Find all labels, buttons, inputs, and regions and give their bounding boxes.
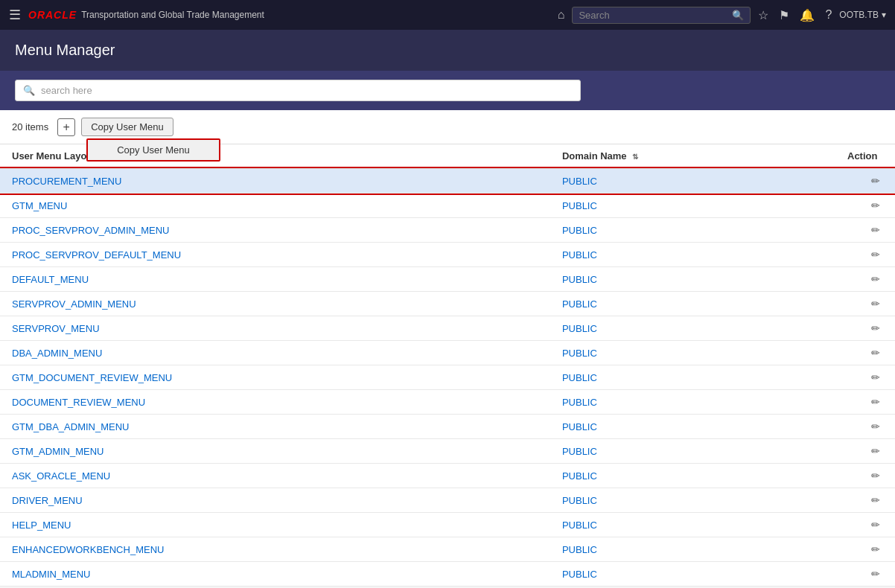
- cell-domain-name: PUBLIC: [550, 341, 835, 365]
- cell-user-menu-layout-id[interactable]: SERVPROV_ADMIN_MENU: [0, 292, 550, 316]
- edit-icon[interactable]: ✏: [871, 273, 880, 285]
- hamburger-icon[interactable]: ☰: [9, 7, 21, 23]
- cell-user-menu-layout-id[interactable]: ENHANCEDWORKBENCH_MENU: [0, 537, 550, 562]
- search-icon: 🔍: [732, 10, 744, 21]
- copy-user-menu-button[interactable]: Copy User Menu: [81, 118, 173, 136]
- edit-icon[interactable]: ✏: [871, 298, 880, 310]
- cell-domain-name: PUBLIC: [550, 513, 835, 537]
- col-header-action: Action: [835, 144, 895, 168]
- cell-action: ✏: [835, 488, 895, 513]
- cell-user-menu-layout-id[interactable]: DEFAULT_MENU: [0, 267, 550, 292]
- cell-domain-name: PUBLIC: [550, 316, 835, 341]
- bell-icon[interactable]: 🔔: [800, 8, 815, 22]
- cell-user-menu-layout-id[interactable]: SERVPROV_MENU: [0, 316, 550, 341]
- oracle-logo: ORACLE Transportation and Global Trade M…: [28, 9, 264, 21]
- table-row[interactable]: GTM_DBA_ADMIN_MENUPUBLIC✏: [0, 415, 895, 439]
- search-icon: 🔍: [23, 85, 35, 96]
- cell-domain-name: PUBLIC: [550, 218, 835, 243]
- flag-icon[interactable]: ⚑: [779, 8, 789, 22]
- help-icon[interactable]: ?: [825, 8, 832, 22]
- cell-user-menu-layout-id[interactable]: ASK_ORACLE_MENU: [0, 464, 550, 488]
- cell-action: ✏: [835, 243, 895, 267]
- table-row[interactable]: SERVPROV_MENUPUBLIC✏: [0, 316, 895, 341]
- cell-domain-name: PUBLIC: [550, 168, 835, 194]
- table-row[interactable]: ENHANCEDWORKBENCH_MENUPUBLIC✏: [0, 537, 895, 562]
- main-content: 20 items + Copy User Menu Copy User Menu…: [0, 110, 895, 587]
- data-table: User Menu Layout ID ⇅ Domain Name ⇅ Acti…: [0, 144, 895, 587]
- cell-action: ✏: [835, 341, 895, 365]
- table-row[interactable]: PROCUREMENT_MENUPUBLIC✏: [0, 168, 895, 194]
- edit-icon[interactable]: ✏: [871, 224, 880, 236]
- edit-icon[interactable]: ✏: [871, 543, 880, 555]
- copy-user-menu-dropdown: Copy User Menu: [86, 138, 220, 162]
- table-row[interactable]: HELP_MENUPUBLIC✏: [0, 513, 895, 537]
- cell-domain-name: PUBLIC: [550, 267, 835, 292]
- cell-user-menu-layout-id[interactable]: GTM_MENU: [0, 194, 550, 218]
- cell-user-menu-layout-id[interactable]: MLADMIN_MENU: [0, 562, 550, 587]
- chevron-down-icon: ▾: [882, 10, 886, 20]
- edit-icon[interactable]: ✏: [871, 249, 880, 261]
- table-row[interactable]: PROC_SERVPROV_DEFAULT_MENUPUBLIC✏: [0, 243, 895, 267]
- topbar-action-icons: ☆ ⚑ 🔔 ?: [758, 8, 832, 22]
- copy-user-menu-dropdown-item[interactable]: Copy User Menu: [88, 140, 219, 160]
- cell-action: ✏: [835, 439, 895, 464]
- search-input[interactable]: [41, 85, 573, 96]
- oracle-logo-text: ORACLE: [28, 9, 77, 21]
- cell-user-menu-layout-id[interactable]: GTM_DOCUMENT_REVIEW_MENU: [0, 365, 550, 390]
- table-row[interactable]: DEFAULT_MENUPUBLIC✏: [0, 267, 895, 292]
- edit-icon[interactable]: ✏: [871, 199, 880, 211]
- cell-user-menu-layout-id[interactable]: DOCUMENT_REVIEW_MENU: [0, 390, 550, 415]
- cell-user-menu-layout-id[interactable]: DBA_ADMIN_MENU: [0, 341, 550, 365]
- table-row[interactable]: ASK_ORACLE_MENUPUBLIC✏: [0, 464, 895, 488]
- table-row[interactable]: DBA_ADMIN_MENUPUBLIC✏: [0, 341, 895, 365]
- cell-domain-name: PUBLIC: [550, 365, 835, 390]
- edit-icon[interactable]: ✏: [871, 470, 880, 482]
- table-row[interactable]: GTM_ADMIN_MENUPUBLIC✏: [0, 439, 895, 464]
- col-header-user-menu-layout-id[interactable]: User Menu Layout ID ⇅: [0, 144, 550, 168]
- table-row[interactable]: GTM_MENUPUBLIC✏: [0, 194, 895, 218]
- cell-user-menu-layout-id[interactable]: DRIVER_MENU: [0, 488, 550, 513]
- cell-action: ✏: [835, 292, 895, 316]
- add-button[interactable]: +: [57, 118, 75, 136]
- edit-icon[interactable]: ✏: [871, 519, 880, 531]
- cell-action: ✏: [835, 218, 895, 243]
- edit-icon[interactable]: ✏: [871, 322, 880, 334]
- app-title: Transportation and Global Trade Manageme…: [81, 10, 264, 20]
- edit-icon[interactable]: ✏: [871, 396, 880, 408]
- edit-icon[interactable]: ✏: [871, 371, 880, 383]
- table-row[interactable]: SERVPROV_ADMIN_MENUPUBLIC✏: [0, 292, 895, 316]
- cell-user-menu-layout-id[interactable]: GTM_DBA_ADMIN_MENU: [0, 415, 550, 439]
- cell-user-menu-layout-id[interactable]: PROCUREMENT_MENU: [0, 168, 550, 194]
- cell-domain-name: PUBLIC: [550, 439, 835, 464]
- cell-domain-name: PUBLIC: [550, 390, 835, 415]
- cell-action: ✏: [835, 194, 895, 218]
- home-icon[interactable]: ⌂: [558, 8, 565, 22]
- table-row[interactable]: PROC_SERVPROV_ADMIN_MENUPUBLIC✏: [0, 218, 895, 243]
- cell-action: ✏: [835, 267, 895, 292]
- cell-action: ✏: [835, 316, 895, 341]
- topbar-search-input[interactable]: [579, 10, 727, 21]
- cell-action: ✏: [835, 390, 895, 415]
- edit-icon[interactable]: ✏: [871, 421, 880, 432]
- table-row[interactable]: MLADMIN_MENUPUBLIC✏: [0, 562, 895, 587]
- sort-icon-domain-name: ⇅: [632, 153, 638, 161]
- table-row[interactable]: DOCUMENT_REVIEW_MENUPUBLIC✏: [0, 390, 895, 415]
- col-header-domain-name[interactable]: Domain Name ⇅: [550, 144, 835, 168]
- table-row[interactable]: DRIVER_MENUPUBLIC✏: [0, 488, 895, 513]
- user-menu[interactable]: OOTB.TB ▾: [839, 10, 886, 20]
- cell-action: ✏: [835, 537, 895, 562]
- cell-action: ✏: [835, 415, 895, 439]
- edit-icon[interactable]: ✏: [871, 568, 880, 580]
- table-row[interactable]: GTM_DOCUMENT_REVIEW_MENUPUBLIC✏: [0, 365, 895, 390]
- cell-user-menu-layout-id[interactable]: PROC_SERVPROV_DEFAULT_MENU: [0, 243, 550, 267]
- edit-icon[interactable]: ✏: [871, 494, 880, 506]
- cell-user-menu-layout-id[interactable]: GTM_ADMIN_MENU: [0, 439, 550, 464]
- cell-user-menu-layout-id[interactable]: HELP_MENU: [0, 513, 550, 537]
- edit-icon[interactable]: ✏: [871, 175, 880, 187]
- edit-icon[interactable]: ✏: [871, 445, 880, 457]
- cell-user-menu-layout-id[interactable]: PROC_SERVPROV_ADMIN_MENU: [0, 218, 550, 243]
- star-icon[interactable]: ☆: [758, 8, 768, 22]
- edit-icon[interactable]: ✏: [871, 347, 880, 359]
- topbar-search[interactable]: 🔍: [572, 7, 751, 24]
- user-label: OOTB.TB: [839, 10, 879, 20]
